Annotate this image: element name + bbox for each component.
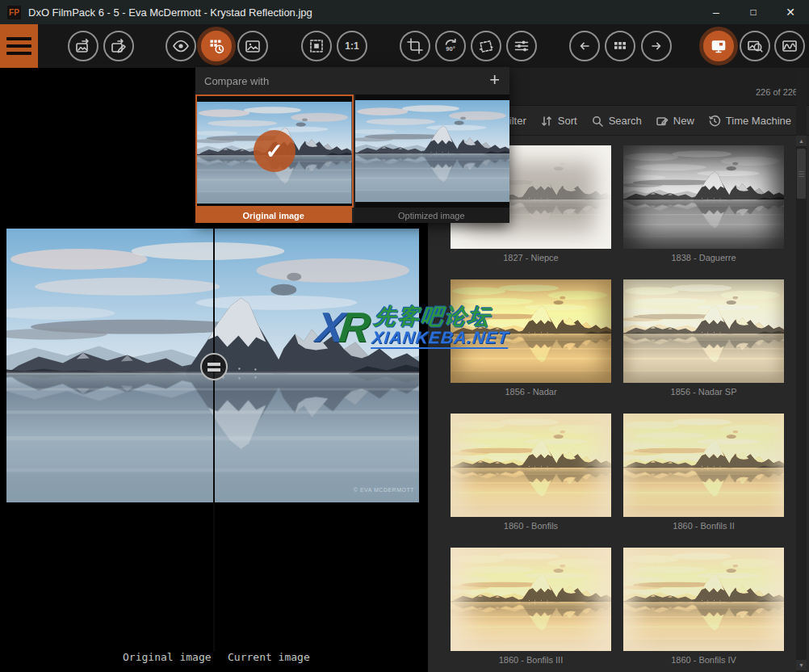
zoom-1to1-button[interactable]: 1:1 [337, 31, 367, 61]
compare-panel: Compare with + ✓ Original image Optimize… [195, 67, 509, 223]
sort-button[interactable]: Sort [540, 115, 577, 128]
arrow-right-icon [647, 36, 666, 56]
search-icon [591, 115, 604, 128]
preview-button[interactable] [166, 31, 196, 61]
crop-button[interactable] [400, 31, 430, 61]
preset-item[interactable]: 1856 - Nadar [451, 279, 611, 397]
new-image-icon [656, 115, 669, 128]
export-edit-icon [109, 36, 128, 56]
split-handle[interactable] [200, 353, 228, 380]
preset-item[interactable]: 1860 - Bonfils III [451, 548, 611, 665]
preset-label: 1860 - Bonfils II [623, 521, 784, 531]
preset-count: 226 of 226 [756, 87, 798, 97]
adjustments-button[interactable] [506, 31, 537, 61]
curve-icon [780, 36, 799, 56]
preset-label: 1856 - Nadar [451, 387, 611, 397]
histogram-button[interactable] [774, 31, 805, 61]
grid-icon [610, 36, 630, 56]
add-compare-button[interactable]: + [489, 69, 500, 90]
compare-label-original[interactable]: Original image [195, 208, 352, 223]
compare-item-optimized[interactable] [355, 94, 510, 208]
eye-icon [171, 36, 191, 56]
scrollbar-thumb[interactable] [797, 149, 806, 199]
image-magnifier-icon [745, 36, 765, 56]
menu-button[interactable] [0, 24, 38, 68]
crop-icon [405, 36, 425, 56]
rotate-90-icon: 90° [441, 36, 460, 56]
export-icon [73, 36, 93, 56]
split-divider[interactable] [213, 229, 215, 652]
compare-button[interactable] [201, 31, 232, 61]
sliders-icon [512, 36, 531, 56]
compare-history-icon [207, 36, 226, 56]
preset-item[interactable]: 1860 - Bonfils II [623, 414, 784, 531]
fit-view-button[interactable] [301, 31, 332, 61]
time-machine-button[interactable]: Time Machine [708, 115, 791, 128]
current-image-label: Current image [228, 651, 310, 663]
browser-scrollbar[interactable]: ▴ ▾ [796, 68, 807, 672]
app-window: FP DxO FilmPack 6 - 5 - Eva McDermott - … [0, 0, 809, 672]
minimize-button[interactable]: – [698, 0, 735, 24]
arrow-left-icon [575, 36, 594, 56]
preset-label: 1856 - Nadar SP [623, 387, 784, 397]
display-mode-button[interactable] [703, 31, 734, 61]
next-image-button[interactable] [641, 31, 672, 61]
rotate-button[interactable]: 90° [435, 31, 466, 61]
preset-item[interactable]: 1856 - Nadar SP [623, 279, 784, 397]
selected-check-icon: ✓ [254, 130, 296, 172]
show-image-button[interactable] [237, 31, 268, 61]
compare-panel-title: Compare with [204, 75, 269, 87]
compare-item-original[interactable]: ✓ [195, 94, 354, 208]
perspective-button[interactable] [471, 31, 501, 61]
previous-image-button[interactable] [569, 31, 600, 61]
preset-label: 1838 - Daguerre [623, 253, 784, 262]
title-bar[interactable]: FP DxO FilmPack 6 - 5 - Eva McDermott - … [0, 0, 809, 24]
scroll-down-icon[interactable]: ▾ [796, 660, 807, 670]
search-button[interactable]: Search [591, 115, 642, 128]
preset-item[interactable]: 1860 - Bonfils IV [623, 548, 784, 665]
photo-copyright: © EVA MCDERMOTT [354, 487, 414, 493]
new-preset-button[interactable]: New [656, 115, 694, 128]
time-machine-icon [708, 115, 721, 128]
original-image-label: Original image [123, 651, 212, 663]
export-button[interactable] [68, 31, 99, 61]
scroll-up-icon[interactable]: ▴ [796, 136, 807, 146]
preset-label: 1860 - Bonfils IV [623, 655, 784, 665]
perspective-icon [476, 36, 496, 56]
compare-label-optimized[interactable]: Optimized image [354, 208, 510, 223]
preset-grid: 1827 - Niepce 1838 - Daguerre 1856 - Nad… [451, 145, 809, 665]
svg-text:90°: 90° [446, 45, 455, 52]
preset-label: 1860 - Bonfils III [451, 655, 611, 665]
sort-arrows-icon [540, 115, 553, 128]
loupe-button[interactable] [740, 31, 770, 61]
preset-label: 1827 - Niepce [451, 253, 611, 262]
preset-label: 1860 - Bonfils [451, 521, 611, 531]
monitor-icon [709, 36, 728, 56]
app-logo-icon: FP [7, 6, 21, 19]
image-icon [243, 36, 262, 56]
select-area-icon [307, 36, 326, 56]
browse-grid-button[interactable] [605, 31, 635, 61]
maximize-button[interactable]: □ [735, 0, 772, 24]
window-title: DxO FilmPack 6 - 5 - Eva McDermott - Kry… [28, 6, 312, 19]
close-button[interactable]: ✕ [772, 0, 809, 24]
preset-item[interactable]: 1860 - Bonfils [451, 414, 611, 531]
export-edit-button[interactable] [103, 31, 134, 61]
main-toolbar: 1:1 90° [0, 24, 809, 68]
preset-item[interactable]: 1838 - Daguerre [623, 145, 784, 262]
